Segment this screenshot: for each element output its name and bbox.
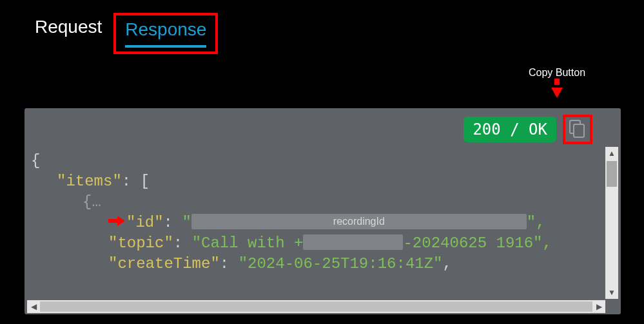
code-str-topic-pre: "Call with + — [192, 234, 304, 252]
response-body-code[interactable]: {"items": [{…"id": "recordingId","topic"… — [31, 151, 604, 299]
code-brace-open: { — [31, 152, 40, 169]
redacted-recording-id: recordingId — [191, 214, 527, 229]
annotation-response-highlight: Response — [113, 13, 218, 54]
code-str-topic-post: -20240625 1916", — [403, 234, 551, 252]
code-punc: : — [164, 214, 182, 231]
scroll-thumb-h[interactable] — [40, 301, 592, 312]
tabs: Request Response — [0, 0, 644, 54]
code-key-topic: "topic" — [108, 234, 173, 252]
code-punc: : — [220, 255, 239, 272]
code-key-id: "id" — [126, 214, 164, 231]
scroll-left-icon[interactable]: ◀ — [27, 300, 40, 313]
annotation-arrow-head — [551, 88, 563, 98]
redacted-label: recordingId — [333, 211, 385, 232]
annotation-copy-label: Copy Button — [529, 67, 585, 79]
code-inner-open: {… — [83, 193, 101, 211]
code-key-createtime: "createTime" — [108, 255, 220, 272]
tab-active-underline — [125, 45, 206, 48]
code-punc: : — [173, 234, 192, 252]
code-punc: , — [443, 255, 452, 272]
annotation-arrow-stem — [554, 79, 560, 85]
code-punc: : [ — [122, 173, 150, 190]
copy-icon[interactable] — [569, 120, 586, 139]
scroll-down-icon[interactable]: ▼ — [605, 286, 618, 299]
annotation-copy-button: Copy Button — [529, 67, 585, 98]
scroll-up-icon[interactable]: ▲ — [605, 147, 618, 160]
horizontal-scrollbar[interactable]: ◀ ▶ — [27, 300, 605, 313]
status-row: 200 / OK — [463, 115, 592, 144]
annotation-copy-highlight — [563, 115, 592, 144]
redacted-phone — [303, 234, 403, 250]
vertical-scrollbar[interactable]: ▲ ▼ — [605, 147, 618, 299]
status-badge: 200 / OK — [463, 117, 556, 142]
code-key-items: "items" — [57, 173, 122, 190]
code-str-quote: " — [182, 214, 191, 231]
code-str-createtime: "2024-06-25T19:16:41Z" — [239, 255, 443, 272]
scroll-thumb-v[interactable] — [607, 161, 617, 187]
response-panel: 200 / OK {"items": [{…"id": "recordingId… — [24, 108, 621, 314]
code-str-tail: ", — [527, 214, 545, 231]
annotation-arrow-id — [108, 216, 125, 225]
scroll-right-icon[interactable]: ▶ — [592, 300, 605, 313]
tab-request[interactable]: Request — [26, 13, 111, 44]
tab-response[interactable]: Response — [121, 17, 210, 44]
